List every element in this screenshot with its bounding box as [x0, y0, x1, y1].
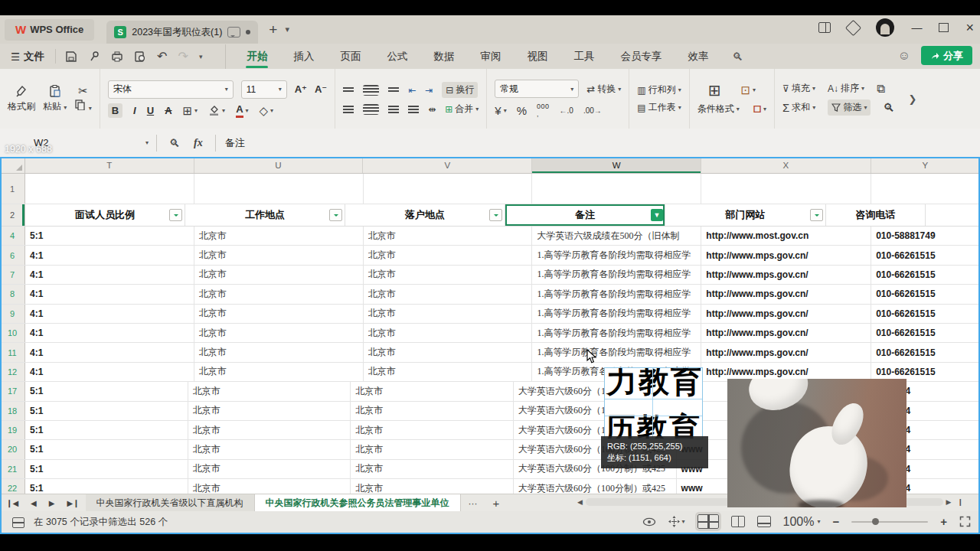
underline-button[interactable]: U	[147, 105, 154, 116]
column-header-X[interactable]: X	[701, 157, 871, 173]
insert-function-icon[interactable]: fx	[194, 137, 203, 149]
row-number[interactable]: 19	[0, 421, 25, 439]
feedback-face-icon[interactable]: ☺	[898, 49, 910, 63]
cell-T9[interactable]: 4:1	[25, 305, 194, 323]
row-number[interactable]: 4	[0, 227, 25, 245]
cell-X10[interactable]: http://www.mps.gov.cn/	[701, 324, 871, 342]
filter-active-icon[interactable]: ▼	[651, 209, 663, 221]
cell-V11[interactable]: 北京市	[364, 343, 533, 361]
tab-view[interactable]: 视图	[514, 44, 560, 69]
page-break-view-icon[interactable]	[757, 516, 771, 527]
cell-V9[interactable]: 北京市	[364, 305, 533, 323]
row-number[interactable]: 7	[0, 266, 25, 284]
row-number[interactable]: 11	[0, 343, 25, 361]
pan-mode-button[interactable]: ▾	[668, 516, 685, 527]
cell-U19[interactable]: 北京市	[188, 421, 351, 439]
cell-T18[interactable]: 5:1	[25, 402, 188, 420]
increase-font-icon[interactable]: A⁺	[295, 83, 307, 95]
row-number[interactable]: 12	[0, 363, 25, 381]
cell-U9[interactable]: 北京市	[194, 305, 364, 323]
cell-V8[interactable]: 北京市	[364, 285, 533, 303]
first-sheet-icon[interactable]: ❙◀	[0, 499, 24, 507]
find-icon[interactable]: 🔍︎	[883, 102, 894, 113]
header-cell-Y[interactable]: 咨询电话	[826, 204, 926, 226]
split-merge-icon[interactable]: ⧉	[877, 83, 885, 94]
row-number[interactable]: 9	[0, 305, 25, 323]
workspace-cube-icon[interactable]	[845, 19, 861, 35]
save-icon[interactable]	[65, 51, 77, 63]
cell-W11[interactable]: 1.高等学历教育各阶段均需取得相应学	[532, 343, 701, 361]
column-header-W[interactable]: W	[532, 157, 701, 173]
cell-U8[interactable]: 北京市	[194, 285, 364, 303]
redo-icon[interactable]: ↷	[178, 49, 188, 64]
scroll-right-icon[interactable]: ▶	[943, 498, 955, 506]
table-style-icon[interactable]: ⊞	[708, 83, 721, 98]
cell-V12[interactable]: 北京市	[364, 363, 533, 381]
cell-style-button[interactable]: ⊡▾	[740, 84, 756, 96]
sort-button[interactable]: A↓排序▾	[828, 82, 864, 95]
row-number[interactable]: 6	[0, 246, 25, 264]
cell-U22[interactable]: 北京市	[188, 479, 351, 494]
cell-X11[interactable]: http://www.mps.gov.cn/	[701, 343, 871, 361]
print-icon[interactable]	[111, 51, 123, 63]
cell-W22[interactable]: 大学英语六级60分（100分制）或425	[514, 479, 677, 494]
cell-U20[interactable]: 北京市	[188, 440, 351, 458]
cut-icon[interactable]: ✂	[78, 85, 88, 96]
copy-button[interactable]: ▾	[74, 99, 91, 112]
cell-U6[interactable]: 北京市	[194, 246, 364, 264]
align-right-icon[interactable]	[388, 106, 399, 113]
eraser-button[interactable]: ◇▾	[260, 105, 274, 116]
cell-Y7[interactable]: 010-66261515	[871, 266, 980, 284]
currency-button[interactable]: ¥▾	[495, 105, 506, 116]
add-sheet-button[interactable]: +	[485, 497, 508, 510]
cell-T19[interactable]: 5:1	[25, 421, 188, 439]
minimize-button[interactable]: —	[911, 21, 922, 34]
decrease-decimal-icon[interactable]: .00→	[583, 106, 602, 115]
cell-U12[interactable]: 北京市	[194, 363, 364, 381]
cell-T10[interactable]: 4:1	[25, 324, 194, 342]
tab-list-chevron-icon[interactable]: ▾	[285, 24, 289, 34]
distribute-icon[interactable]: ⇹	[428, 105, 436, 114]
wps-office-logo[interactable]: W WPS Office	[5, 19, 94, 41]
file-menu-button[interactable]: ☰ 文件	[0, 50, 55, 64]
cell-X6[interactable]: http://www.mps.gov.cn/	[701, 246, 871, 264]
row-number[interactable]: 17	[0, 382, 25, 400]
cell-T11[interactable]: 4:1	[25, 343, 194, 361]
cell-T6[interactable]: 4:1	[25, 246, 194, 264]
comment-icon[interactable]	[227, 27, 240, 37]
cell-V10[interactable]: 北京市	[364, 324, 533, 342]
fill-color-button[interactable]: ▾	[208, 105, 225, 116]
export-icon[interactable]	[88, 51, 100, 63]
comma-style-icon[interactable]: 000,	[537, 103, 550, 118]
tab-home[interactable]: 开始	[234, 44, 280, 69]
fullscreen-icon[interactable]	[959, 516, 971, 527]
tab-data[interactable]: 数据	[420, 44, 467, 69]
font-color-button[interactable]: A▾	[236, 103, 248, 118]
page-layout-view-icon[interactable]	[731, 516, 745, 527]
close-button[interactable]: ×	[965, 20, 974, 36]
sum-button[interactable]: Σ求和▾	[782, 101, 815, 114]
cell-W7[interactable]: 1.高等学历教育各阶段均需取得相应学	[532, 266, 701, 284]
paste-button[interactable]: 粘贴 ▾	[43, 84, 67, 113]
undo-icon[interactable]: ↶	[157, 49, 167, 64]
cell-Y6[interactable]: 010-66261515	[871, 246, 980, 264]
cell-T7[interactable]: 4:1	[25, 266, 194, 284]
search-icon[interactable]: 🔍︎	[732, 51, 743, 63]
zoom-out-button[interactable]: −	[832, 515, 839, 528]
fill-button[interactable]: ⊽填充▾	[782, 82, 815, 95]
font-name-select[interactable]: 宋体▾	[108, 80, 234, 99]
borders-button[interactable]: ⊞▾	[183, 105, 198, 116]
increase-decimal-icon[interactable]: ←.0	[560, 106, 573, 115]
cell-U4[interactable]: 北京市	[194, 227, 364, 245]
filter-dropdown-icon[interactable]	[329, 209, 342, 221]
row-number[interactable]: 8	[0, 285, 25, 303]
cell-Y9[interactable]: 010-66261515	[871, 305, 980, 323]
percent-button[interactable]: %	[517, 105, 527, 116]
cell-X9[interactable]: http://www.mps.gov.cn/	[701, 305, 871, 323]
empty-cell[interactable]	[364, 174, 533, 204]
cell-U18[interactable]: 北京市	[188, 402, 351, 420]
eye-icon[interactable]	[642, 517, 656, 527]
cell-V6[interactable]: 北京市	[364, 246, 533, 264]
cell-V4[interactable]: 北京市	[364, 227, 533, 245]
cell-V19[interactable]: 北京市	[351, 421, 514, 439]
